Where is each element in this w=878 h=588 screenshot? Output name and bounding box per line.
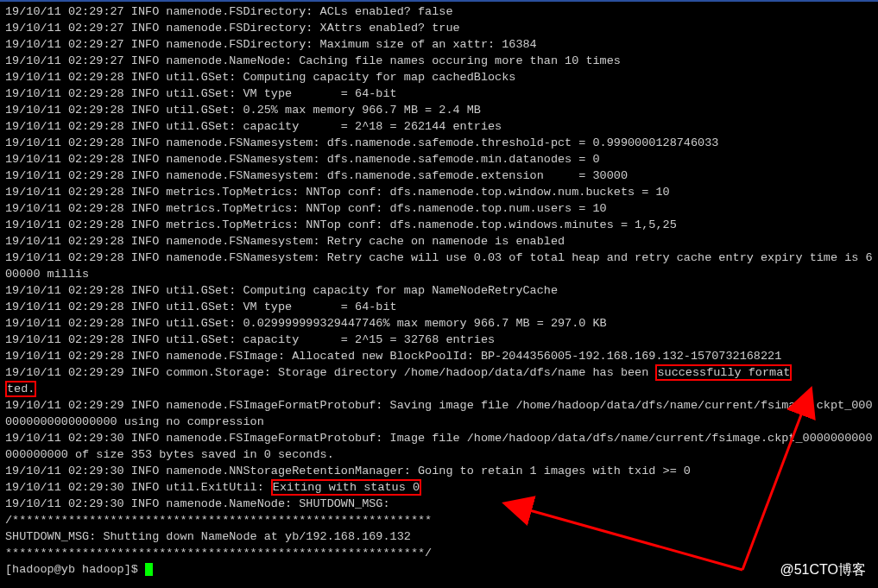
- log-line: 19/10/11 02:29:28 INFO util.GSet: capaci…: [5, 120, 502, 133]
- log-line: 19/10/11 02:29:28 INFO util.GSet: Comput…: [5, 71, 515, 84]
- log-line: 19/10/11 02:29:28 INFO metrics.TopMetric…: [5, 202, 607, 215]
- log-line: 19/10/11 02:29:28 INFO namenode.FSNamesy…: [5, 235, 565, 248]
- log-line: 19/10/11 02:29:30 INFO namenode.NNStorag…: [5, 465, 691, 477]
- log-line: 19/10/11 02:29:27 INFO namenode.FSDirect…: [5, 38, 537, 51]
- log-line: 19/10/11 02:29:30 INFO namenode.FSImageF…: [5, 432, 873, 461]
- highlight-success: successfully format: [655, 364, 792, 381]
- log-line: 19/10/11 02:29:27 INFO namenode.FSDirect…: [5, 5, 452, 18]
- highlight-exit: Exiting with status 0: [271, 479, 421, 496]
- log-line: SHUTDOWN_MSG: Shutting down NameNode at …: [5, 530, 411, 543]
- terminal-output[interactable]: 19/10/11 02:29:27 INFO namenode.FSDirect…: [0, 0, 878, 578]
- log-line: 19/10/11 02:29:28 INFO util.GSet: VM typ…: [5, 300, 397, 313]
- log-line: 19/10/11 02:29:28 INFO util.GSet: 0.0299…: [5, 317, 607, 330]
- log-line: 19/10/11 02:29:27 INFO namenode.NameNode…: [5, 54, 621, 67]
- log-line: 19/10/11 02:29:28 INFO namenode.FSNamesy…: [5, 136, 718, 149]
- log-line: 19/10/11 02:29:28 INFO metrics.TopMetric…: [5, 186, 670, 199]
- log-line: 19/10/11 02:29:28 INFO namenode.FSImage:…: [5, 350, 781, 363]
- log-line: 19/10/11 02:29:28 INFO util.GSet: 0.25% …: [5, 104, 481, 117]
- log-line: 19/10/11 02:29:28 INFO namenode.FSNamesy…: [5, 153, 600, 166]
- log-line: 19/10/11 02:29:28 INFO namenode.FSNamesy…: [5, 169, 628, 182]
- shell-prompt[interactable]: [hadoop@yb hadoop]$: [5, 563, 145, 576]
- log-line: 19/10/11 02:29:28 INFO util.GSet: capaci…: [5, 333, 495, 346]
- highlight-success-cont: ted.: [5, 381, 36, 397]
- title-bar: [0, 0, 878, 2]
- log-line: 19/10/11 02:29:28 INFO util.GSet: VM typ…: [5, 87, 397, 100]
- log-line: /***************************************…: [5, 514, 432, 527]
- log-line: 19/10/11 02:29:27 INFO namenode.FSDirect…: [5, 22, 460, 35]
- log-line: 19/10/11 02:29:30 INFO util.ExitUtil:: [5, 481, 271, 494]
- log-line: 19/10/11 02:29:30 INFO namenode.NameNode…: [5, 497, 390, 510]
- log-line: 19/10/11 02:29:28 INFO util.GSet: Comput…: [5, 284, 558, 297]
- watermark: @51CTO博客: [780, 561, 866, 579]
- log-line: 19/10/11 02:29:29 INFO common.Storage: S…: [5, 366, 655, 379]
- log-line: 19/10/11 02:29:28 INFO metrics.TopMetric…: [5, 218, 677, 231]
- cursor: [145, 563, 153, 576]
- log-line: ****************************************…: [5, 547, 432, 560]
- log-line: 19/10/11 02:29:29 INFO namenode.FSImageF…: [5, 399, 873, 428]
- log-line: 19/10/11 02:29:28 INFO namenode.FSNamesy…: [5, 251, 873, 281]
